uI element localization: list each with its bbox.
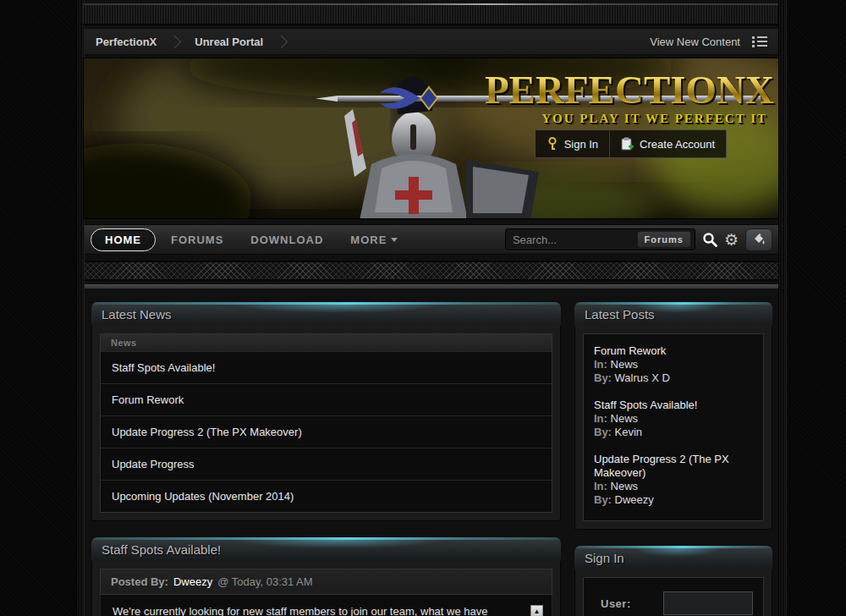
create-account-label: Create Account xyxy=(640,138,715,151)
search-icon xyxy=(702,232,717,247)
by-label: By: xyxy=(594,493,612,506)
sign-in-form: User: xyxy=(583,577,764,616)
latest-posts-panel: Latest Posts Forum Rework In: News By: W… xyxy=(574,302,772,530)
sign-in-header: Sign In xyxy=(574,546,772,569)
in-label: In: xyxy=(594,480,607,492)
post-title-link[interactable]: Staff Spots Available! xyxy=(594,399,753,412)
theme-switcher-button[interactable] xyxy=(745,228,772,251)
nav-item-forums[interactable]: FORUMS xyxy=(159,228,235,251)
main-nav: HOME FORUMS DOWNLOAD MORE Forums ⚙ xyxy=(83,224,780,255)
create-account-button[interactable]: Create Account xyxy=(609,130,726,157)
decor-divider-bar xyxy=(83,283,780,289)
sign-in-title: Sign In xyxy=(585,551,624,565)
scroll-up-button[interactable]: ▲ xyxy=(530,605,543,616)
news-row[interactable]: Update Progress 2 (The PX Makeover) xyxy=(101,415,552,448)
user-label: User: xyxy=(601,597,631,610)
search-bar: Forums xyxy=(505,228,695,250)
search-submit-button[interactable] xyxy=(702,232,717,247)
news-row[interactable]: Upcoming Updates (November 2014) xyxy=(101,480,552,512)
search-input[interactable] xyxy=(513,234,637,246)
by-label: By: xyxy=(594,426,612,438)
staff-post-title: Staff Spots Available! xyxy=(102,542,221,557)
post-timestamp: @ Today, 03:31 AM xyxy=(217,575,312,588)
chevron-down-icon xyxy=(391,238,398,242)
posted-by-row: Posted By: Dweezy @ Today, 03:31 AM xyxy=(100,569,552,595)
right-column: Latest Posts Forum Rework In: News By: W… xyxy=(574,295,772,616)
news-table: News Staff Spots Available! Forum Rework… xyxy=(100,333,552,513)
decor-hatch-strip xyxy=(83,261,780,281)
decor-top-band xyxy=(83,3,780,25)
content-area: Latest News News Staff Spots Available! … xyxy=(83,295,780,616)
staff-post-panel: Staff Spots Available! Posted By: Dweezy… xyxy=(91,537,561,616)
sign-in-panel: Sign In User: xyxy=(574,546,772,616)
chevron-right-icon xyxy=(275,35,288,48)
list-item: Forum Rework In: News By: Walrus X D xyxy=(594,344,753,385)
search-scope-button[interactable]: Forums xyxy=(637,231,691,248)
post-content: We're currently looking for new staff me… xyxy=(100,595,552,616)
list-item: Update Progress 2 (The PX Makeover) In: … xyxy=(594,453,753,507)
page-frame: PerfectionX Unreal Portal View New Conte… xyxy=(76,0,787,616)
news-row[interactable]: Staff Spots Available! xyxy=(101,351,552,383)
sign-in-button[interactable]: Sign In xyxy=(536,130,609,157)
in-label: In: xyxy=(594,358,607,371)
nav-item-more[interactable]: MORE xyxy=(338,228,409,251)
site-tagline: YOU PLAY IT WE PERFECT IT xyxy=(419,112,774,126)
post-forum-link[interactable]: News xyxy=(611,358,639,371)
latest-news-title: Latest News xyxy=(102,307,172,322)
post-title-link[interactable]: Update Progress 2 (The PX Makeover) xyxy=(594,453,753,480)
key-icon xyxy=(547,137,558,151)
staff-post-header: Staff Spots Available! xyxy=(91,537,561,561)
news-table-header: News xyxy=(101,334,552,351)
nav-more-label: MORE xyxy=(350,234,387,246)
site-logo: PerfectionX xyxy=(419,70,774,109)
post-body-text: We're currently looking for new staff me… xyxy=(113,605,524,616)
latest-news-panel: Latest News News Staff Spots Available! … xyxy=(91,302,561,521)
nav-item-home[interactable]: HOME xyxy=(91,228,156,251)
news-row[interactable]: Update Progress xyxy=(101,448,552,480)
post-author-link[interactable]: Walrus X D xyxy=(615,371,670,384)
settings-gear-icon[interactable]: ⚙ xyxy=(724,232,739,248)
breadcrumb-page[interactable]: Unreal Portal xyxy=(195,36,263,48)
sign-in-label: Sign In xyxy=(564,138,598,151)
latest-news-header: Latest News xyxy=(91,302,561,326)
post-forum-link[interactable]: News xyxy=(611,412,639,425)
news-row[interactable]: Forum Rework xyxy=(101,383,552,415)
post-author-link[interactable]: Dweezy xyxy=(615,493,654,506)
clipboard-plus-icon xyxy=(621,137,634,151)
view-new-content-link[interactable]: View New Content xyxy=(650,36,740,48)
nav-item-download[interactable]: DOWNLOAD xyxy=(239,228,335,251)
auth-panel: Sign In Create Account xyxy=(535,129,727,158)
user-field-row: User: xyxy=(584,578,763,616)
username-input[interactable] xyxy=(663,591,753,615)
logo-block: PerfectionX YOU PLAY IT WE PERFECT IT xyxy=(419,70,774,126)
post-title-link[interactable]: Forum Rework xyxy=(594,344,753,358)
latest-posts-header: Latest Posts xyxy=(574,302,772,326)
left-column: Latest News News Staff Spots Available! … xyxy=(91,295,561,616)
chevron-right-icon xyxy=(168,35,182,48)
list-item: Staff Spots Available! In: News By: Kevi… xyxy=(594,399,753,439)
banner: PerfectionX YOU PLAY IT WE PERFECT IT Si… xyxy=(83,58,780,219)
posted-by-label: Posted By: xyxy=(111,575,168,588)
in-label: In: xyxy=(594,412,607,425)
bullet-list-icon[interactable] xyxy=(752,35,767,49)
breadcrumb: PerfectionX Unreal Portal View New Conte… xyxy=(83,28,780,55)
post-author-link[interactable]: Dweezy xyxy=(173,575,212,588)
posts-box: Forum Rework In: News By: Walrus X D Sta… xyxy=(583,333,764,521)
post-author-link[interactable]: Kevin xyxy=(615,426,643,438)
latest-posts-title: Latest Posts xyxy=(585,307,655,322)
breadcrumb-site[interactable]: PerfectionX xyxy=(96,36,157,48)
post-forum-link[interactable]: News xyxy=(611,480,639,492)
by-label: By: xyxy=(594,371,612,384)
paint-bucket-icon xyxy=(752,234,766,246)
